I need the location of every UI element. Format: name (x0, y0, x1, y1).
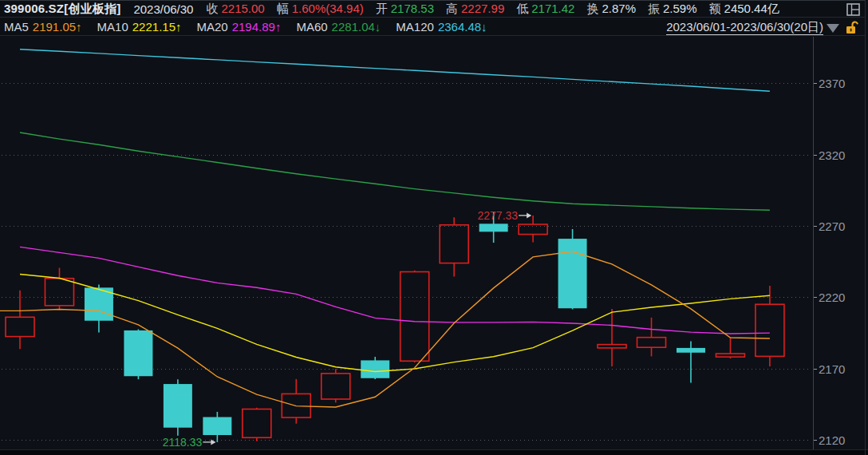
ma10-readout: MA102221.15↑ (93, 20, 182, 34)
ma20-readout: MA202194.89↑ (193, 20, 282, 34)
svg-text:2370: 2370 (819, 77, 845, 90)
chevron-down-icon[interactable] (827, 24, 839, 33)
ma60-readout: MA602281.04↓ (292, 20, 381, 34)
ma5-readout: MA52191.05↑ (0, 20, 82, 34)
ma120-readout: MA1202364.48↓ (392, 20, 487, 34)
field-amplitude: 振2.59% (648, 2, 697, 17)
panel-layout-icon[interactable] (846, 3, 860, 16)
ma-lines (0, 49, 770, 407)
ma120-line (20, 49, 770, 92)
candles (6, 212, 784, 442)
svg-text:2170: 2170 (819, 362, 845, 376)
panel-divider (0, 449, 868, 455)
candlestick-chart-area[interactable]: 2370232022702220217021202277.332118.33 (0, 37, 868, 449)
symbol-title: 399006.SZ[创业板指] (4, 2, 120, 17)
quote-date: 2023/06/30 (133, 2, 193, 16)
field-turnover: 换2.87% (586, 2, 636, 17)
quote-bar: 399006.SZ[创业板指] 2023/06/30 收2215.00 幅1.6… (0, 0, 865, 18)
unlocked-padlock-icon[interactable] (846, 21, 858, 35)
stock-chart-window: 399006.SZ[创业板指] 2023/06/30 收2215.00 幅1.6… (0, 0, 868, 455)
quote-fields: 收2215.00 幅1.60%(34.94) 开2178.53 高2227.99… (206, 2, 791, 17)
field-low: 低2171.42 (516, 2, 574, 17)
svg-text:2270: 2270 (819, 220, 845, 233)
field-amount: 额2450.44亿 (709, 2, 779, 17)
ma60-line (20, 133, 770, 210)
svg-text:2320: 2320 (819, 148, 845, 162)
ma-indicator-bar: MA52191.05↑ MA102221.15↑ MA202194.89↑ MA… (0, 18, 865, 36)
candlestick-chart[interactable]: 2370232022702220217021202277.332118.33 (0, 37, 868, 449)
svg-text:2120: 2120 (819, 433, 845, 447)
field-open: 开2178.53 (376, 2, 434, 17)
field-high: 高2227.99 (446, 2, 504, 17)
field-change: 幅1.60%(34.94) (277, 2, 364, 17)
date-range-selector[interactable]: 2023/06/01-2023/06/30(20日) (666, 18, 858, 36)
low-price-label: 2118.33 (163, 436, 203, 449)
field-close: 收2215.00 (206, 2, 264, 17)
grid-and-axis: 237023202270222021702120 (2, 37, 845, 449)
high-price-label: 2277.33 (478, 209, 519, 222)
svg-text:2220: 2220 (819, 291, 845, 304)
right-border (865, 0, 866, 455)
date-range-label[interactable]: 2023/06/01-2023/06/30(20日) (666, 19, 823, 35)
ma20-line (20, 247, 770, 334)
